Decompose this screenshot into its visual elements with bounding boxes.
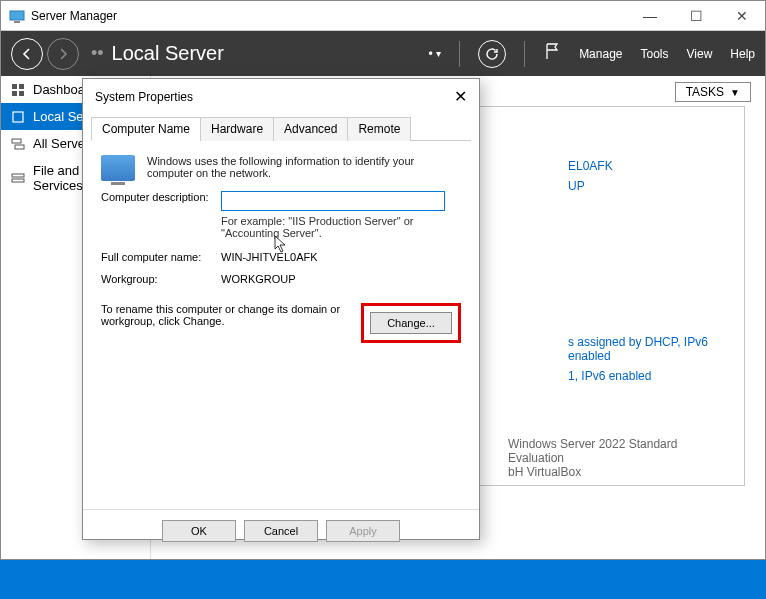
dialog-title: System Properties [95,90,193,104]
server-icon [11,110,25,124]
dialog-tabs: Computer Name Hardware Advanced Remote [91,116,471,141]
ipv4-link-1[interactable]: s assigned by DHCP, IPv6 enabled [568,335,728,363]
minimize-button[interactable]: — [627,1,673,31]
server-manager-icon [9,8,25,24]
description-hint: For example: "IIS Production Server" or … [221,215,441,239]
ipv4-link-2[interactable]: 1, IPv6 enabled [568,369,728,383]
dashboard-icon [11,83,25,97]
nav-forward-icon [47,38,79,70]
tab-advanced[interactable]: Advanced [273,117,348,141]
svg-rect-3 [19,84,24,89]
nav-back-icon[interactable] [11,38,43,70]
svg-rect-5 [19,91,24,96]
close-button[interactable]: ✕ [719,1,765,31]
intro-text: Windows uses the following information t… [147,155,461,181]
separator [459,41,460,67]
tools-menu[interactable]: Tools [641,47,669,61]
computer-icon [101,155,135,181]
svg-rect-4 [12,91,17,96]
svg-rect-9 [12,174,24,177]
ok-button[interactable]: OK [162,520,236,542]
hw-text: bH VirtualBox [508,465,728,479]
maximize-button[interactable]: ☐ [673,1,719,31]
os-text: Windows Server 2022 Standard Evaluation [508,437,728,465]
tasks-button[interactable]: TASKS ▼ [675,82,751,102]
tab-hardware[interactable]: Hardware [200,117,274,141]
flag-icon[interactable] [543,42,561,65]
svg-rect-6 [13,112,23,122]
tasks-label: TASKS [686,85,724,99]
change-text: To rename this computer or change its do… [101,303,361,343]
window-title: Server Manager [31,9,117,23]
svg-rect-1 [14,21,20,23]
description-input[interactable] [221,191,445,211]
svg-rect-7 [12,139,21,143]
header-dropdown-icon[interactable]: • ▾ [429,47,442,61]
label-full-name: Full computer name: [101,251,221,263]
svg-rect-0 [10,11,24,20]
change-button[interactable]: Change... [370,312,452,334]
change-highlight: Change... [361,303,461,343]
apply-button[interactable]: Apply [326,520,400,542]
tab-remote[interactable]: Remote [347,117,411,141]
computer-name-link[interactable]: EL0AFK [568,159,728,173]
svg-rect-10 [12,179,24,182]
page-title: Local Server [112,42,224,65]
storage-icon [11,171,25,185]
help-menu[interactable]: Help [730,47,755,61]
servers-icon [11,137,25,151]
cancel-button[interactable]: Cancel [244,520,318,542]
titlebar: Server Manager — ☐ ✕ [1,1,765,31]
value-full-name: WIN-JHITVEL0AFK [221,251,461,263]
view-menu[interactable]: View [687,47,713,61]
dialog-close-button[interactable]: ✕ [454,87,467,106]
separator [524,41,525,67]
refresh-icon[interactable] [478,40,506,68]
svg-rect-2 [12,84,17,89]
label-workgroup: Workgroup: [101,273,221,285]
system-properties-dialog: System Properties ✕ Computer Name Hardwa… [82,78,480,540]
breadcrumb-sep-icon: •• [91,43,104,64]
manage-menu[interactable]: Manage [579,47,622,61]
svg-rect-8 [15,145,24,149]
value-workgroup: WORKGROUP [221,273,461,285]
workgroup-link[interactable]: UP [568,179,728,193]
tab-computer-name[interactable]: Computer Name [91,117,201,141]
header-bar: •• Local Server • ▾ Manage Tools View He… [1,31,765,76]
label-description: Computer description: [101,191,221,203]
chevron-down-icon: ▼ [730,87,740,98]
